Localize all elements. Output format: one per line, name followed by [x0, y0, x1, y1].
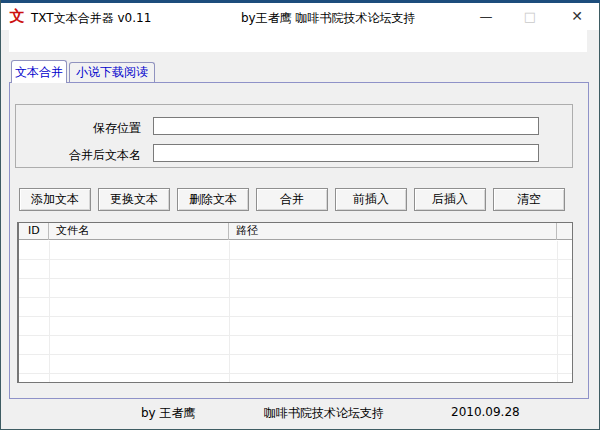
- app-window: 文 TXT文本合并器 v0.11 by王者鹰 咖啡书院技术论坛支持 — □ ✕ …: [0, 0, 600, 430]
- close-button[interactable]: ✕: [564, 3, 590, 30]
- table-header-row: ID 文件名 路径: [19, 223, 572, 240]
- app-icon: 文: [9, 8, 25, 24]
- clear-button[interactable]: 清空: [493, 188, 565, 211]
- column-header-filename[interactable]: 文件名: [49, 223, 229, 240]
- save-location-label: 保存位置: [31, 120, 141, 137]
- tab-text-merge[interactable]: 文本合并: [11, 60, 67, 83]
- merged-filename-input[interactable]: [153, 144, 539, 162]
- merge-button[interactable]: 合并: [256, 188, 328, 211]
- column-header-path[interactable]: 路径: [229, 223, 557, 240]
- maximize-button: □: [517, 3, 543, 30]
- blank-toolbar-strip: [9, 30, 587, 52]
- file-list-table[interactable]: ID 文件名 路径: [17, 222, 573, 383]
- window-subtitle: by王者鹰 咖啡书院技术论坛支持: [241, 10, 416, 27]
- insert-before-button[interactable]: 前插入: [335, 188, 407, 211]
- insert-after-button[interactable]: 后插入: [414, 188, 486, 211]
- footer-date: 2010.09.28: [451, 405, 520, 419]
- titlebar: 文 TXT文本合并器 v0.11 by王者鹰 咖啡书院技术论坛支持 — □ ✕: [1, 3, 599, 30]
- minimize-button[interactable]: —: [473, 3, 499, 30]
- footer-author: by 王者鹰: [141, 405, 196, 422]
- grid-line-vertical: [49, 241, 50, 382]
- table-body-empty[interactable]: [19, 241, 572, 382]
- tab-novel-download[interactable]: 小说下载阅读: [69, 62, 155, 82]
- column-header-blank: [557, 223, 572, 240]
- save-location-input[interactable]: [153, 117, 539, 135]
- footer-support: 咖啡书院技术论坛支持: [264, 405, 384, 422]
- merged-filename-label: 合并后文本名: [31, 147, 141, 164]
- window-title: TXT文本合并器 v0.11: [31, 10, 151, 27]
- replace-text-button[interactable]: 更换文本: [98, 188, 170, 211]
- delete-text-button[interactable]: 删除文本: [177, 188, 249, 211]
- grid-line-vertical: [557, 241, 558, 382]
- add-text-button[interactable]: 添加文本: [19, 188, 91, 211]
- grid-line-vertical: [229, 241, 230, 382]
- column-header-id[interactable]: ID: [19, 223, 49, 240]
